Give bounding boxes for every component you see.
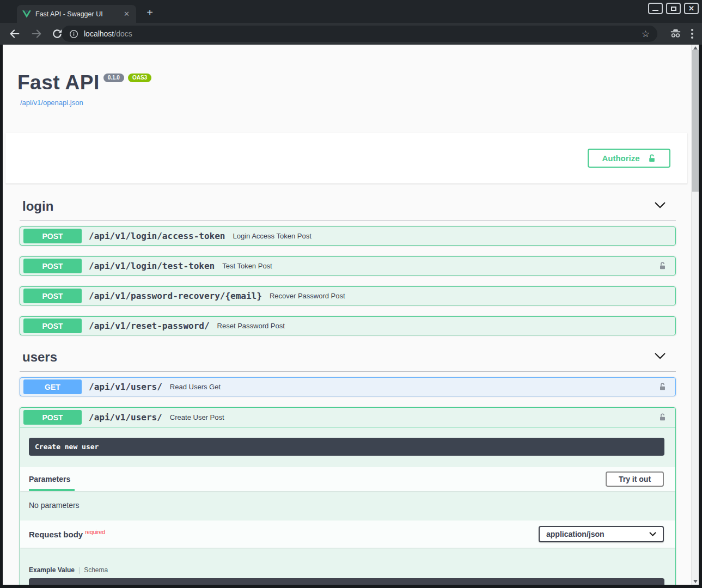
operation-path: /api/v1/reset-password/ bbox=[89, 321, 210, 331]
operation-row[interactable]: POST /api/v1/login/access-token Login Ac… bbox=[20, 226, 676, 246]
operation-summary: Test Token Post bbox=[222, 262, 272, 270]
operation-path: /api/v1/users/ bbox=[89, 382, 162, 392]
oas3-badge: OAS3 bbox=[128, 74, 151, 82]
browser-titlebar: Fast API - Swagger UI ✕ + ✕ bbox=[0, 0, 702, 23]
page-viewport: Fast API 0.1.0 OAS3 /api/v1/openapi.json… bbox=[3, 45, 699, 585]
back-icon[interactable] bbox=[9, 28, 21, 40]
section-title: users bbox=[22, 350, 57, 365]
close-icon: ✕ bbox=[688, 5, 694, 12]
section-users-header[interactable]: users bbox=[20, 346, 676, 372]
request-body-label: Request bodyrequired bbox=[29, 530, 105, 539]
minimize-button[interactable] bbox=[648, 3, 663, 14]
favicon-v-icon bbox=[22, 10, 31, 18]
api-title-row: Fast API 0.1.0 OAS3 bbox=[17, 72, 691, 94]
openapi-spec-link[interactable]: /api/v1/openapi.json bbox=[20, 99, 691, 107]
url-path: /docs bbox=[114, 29, 132, 38]
operation-row[interactable]: GET /api/v1/users/ Read Users Get bbox=[20, 377, 676, 396]
page-title: Fast API bbox=[17, 72, 100, 94]
version-badge: 0.1.0 bbox=[103, 74, 124, 82]
no-parameters-text: No parameters bbox=[20, 491, 675, 520]
scroll-down-icon[interactable] bbox=[693, 580, 698, 583]
operation-path: /api/v1/login/test-token bbox=[89, 261, 215, 271]
address-bar[interactable]: localhost/docs ☆ bbox=[62, 26, 657, 42]
operation-summary: Recover Password Post bbox=[270, 292, 345, 300]
scroll-up-icon[interactable] bbox=[693, 46, 698, 50]
operation-summary: Read Users Get bbox=[170, 383, 221, 391]
site-info-icon[interactable] bbox=[69, 29, 78, 39]
operation-path: /api/v1/login/access-token bbox=[89, 231, 225, 241]
method-badge: POST bbox=[23, 410, 82, 425]
bookmark-star-icon[interactable]: ☆ bbox=[642, 29, 650, 39]
browser-toolbar: localhost/docs ☆ bbox=[0, 23, 702, 45]
section-users: users GET /api/v1/users/ Read Users Get … bbox=[20, 346, 676, 585]
section-login: login POST /api/v1/login/access-token Lo… bbox=[20, 195, 676, 335]
maximize-icon bbox=[671, 7, 676, 11]
unlock-icon bbox=[648, 154, 656, 163]
minimize-icon bbox=[652, 10, 658, 11]
auth-lock-icon[interactable] bbox=[658, 413, 667, 422]
api-info: Fast API 0.1.0 OAS3 /api/v1/openapi.json bbox=[3, 45, 691, 107]
operation-summary: Reset Password Post bbox=[217, 322, 285, 330]
swagger-page: Fast API 0.1.0 OAS3 /api/v1/openapi.json… bbox=[3, 45, 691, 585]
page-scrollbar[interactable] bbox=[691, 45, 699, 585]
operation-summary: Create User Post bbox=[170, 413, 224, 421]
tab-separator: | bbox=[78, 566, 80, 574]
forward-icon[interactable] bbox=[30, 28, 42, 40]
operation-row[interactable]: POST /api/v1/password-recovery/{email} R… bbox=[20, 286, 676, 305]
url-text[interactable]: localhost/docs bbox=[84, 29, 132, 38]
operation-expanded: POST /api/v1/users/ Create User Post Cre… bbox=[20, 407, 676, 585]
try-it-out-button[interactable]: Try it out bbox=[606, 471, 664, 487]
tab-title: Fast API - Swagger UI bbox=[35, 10, 118, 18]
auth-lock-icon[interactable] bbox=[658, 261, 667, 271]
chevron-down-icon[interactable] bbox=[654, 201, 666, 211]
operation-path: /api/v1/users/ bbox=[89, 412, 162, 422]
auth-lock-icon[interactable] bbox=[658, 382, 667, 391]
authorize-button[interactable]: Authorize bbox=[588, 149, 670, 168]
media-type-value: application/json bbox=[546, 530, 605, 538]
method-badge: POST bbox=[23, 289, 82, 303]
maximize-button[interactable] bbox=[666, 3, 681, 14]
url-host: localhost bbox=[84, 29, 114, 38]
tab-parameters[interactable]: Parameters bbox=[29, 467, 75, 491]
method-badge: POST bbox=[23, 318, 82, 333]
operation-row[interactable]: POST /api/v1/login/test-token Test Token… bbox=[20, 256, 676, 275]
browser-menu-icon[interactable] bbox=[691, 28, 694, 42]
example-code-block[interactable]: { bbox=[29, 578, 664, 585]
media-type-select[interactable]: application/json bbox=[539, 526, 664, 542]
operation-row[interactable]: POST /api/v1/reset-password/ Reset Passw… bbox=[20, 316, 676, 335]
method-badge: POST bbox=[23, 259, 82, 273]
close-button[interactable]: ✕ bbox=[684, 3, 699, 14]
operation-description: Create new user bbox=[29, 438, 664, 456]
method-badge: GET bbox=[23, 379, 82, 394]
chevron-down-icon[interactable] bbox=[654, 352, 666, 362]
operation-row[interactable]: POST /api/v1/users/ Create User Post bbox=[20, 408, 675, 427]
browser-tab[interactable]: Fast API - Swagger UI ✕ bbox=[17, 5, 136, 23]
scheme-container: Authorize bbox=[5, 133, 687, 183]
select-chevron-icon bbox=[649, 532, 656, 536]
operation-summary: Login Access Token Post bbox=[233, 232, 311, 240]
required-flag: required bbox=[85, 529, 105, 535]
incognito-icon bbox=[670, 28, 681, 41]
window-controls: ✕ bbox=[648, 3, 699, 14]
method-badge: POST bbox=[23, 229, 82, 243]
parameters-header: Parameters Try it out bbox=[20, 467, 675, 491]
model-example-tabs: Example Value | Schema bbox=[29, 566, 664, 574]
tab-close-icon[interactable]: ✕ bbox=[123, 10, 131, 18]
section-title: login bbox=[22, 199, 53, 214]
operation-path: /api/v1/password-recovery/{email} bbox=[89, 291, 262, 301]
new-tab-button[interactable]: + bbox=[143, 7, 156, 18]
section-login-header[interactable]: login bbox=[20, 195, 676, 221]
tab-example-value[interactable]: Example Value bbox=[29, 566, 75, 574]
authorize-label: Authorize bbox=[602, 154, 639, 163]
scrollbar-thumb[interactable] bbox=[692, 50, 699, 192]
tab-schema[interactable]: Schema bbox=[84, 566, 108, 574]
request-body-header: Request bodyrequired application/json bbox=[20, 520, 675, 548]
